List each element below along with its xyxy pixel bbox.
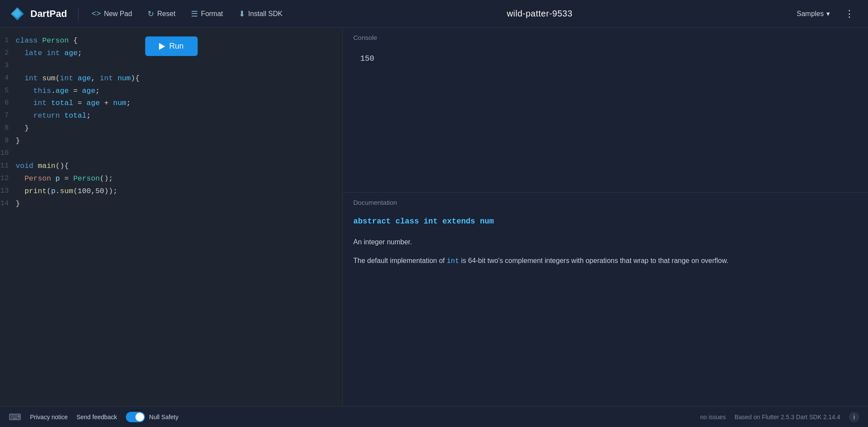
code-line: 8 } <box>0 122 342 135</box>
doc-signature: abstract class int extends num <box>353 216 858 227</box>
code-line: 10 <box>0 148 342 160</box>
token: p <box>51 187 56 195</box>
line-content: void main(){ <box>16 160 342 173</box>
line-number: 1 <box>0 35 16 46</box>
info-icon: i <box>853 414 855 420</box>
console-label: Console <box>343 28 868 47</box>
token: sum <box>60 187 73 195</box>
new-pad-button[interactable]: <> New Pad <box>85 6 138 22</box>
format-icon: ☰ <box>191 9 198 19</box>
editor-panel: Run 1class Person {2 late int age;3 4 in… <box>0 28 343 406</box>
format-button[interactable]: ☰ Format <box>185 6 229 22</box>
token: = <box>73 99 87 107</box>
info-button[interactable]: i <box>849 412 859 422</box>
token: age <box>56 87 69 95</box>
line-number: 6 <box>0 97 16 109</box>
token: age <box>64 49 78 57</box>
null-safety-toggle[interactable] <box>126 412 145 422</box>
line-number: 7 <box>0 110 16 122</box>
more-options-button[interactable]: ⋮ <box>839 5 859 23</box>
line-content: } <box>16 198 342 210</box>
token <box>16 87 33 95</box>
line-number: 4 <box>0 72 16 84</box>
null-safety-area: Null Safety <box>126 412 179 422</box>
line-content: } <box>16 135 342 148</box>
token: late <box>24 49 42 57</box>
doc-paragraph: An integer number. <box>353 236 858 248</box>
install-sdk-button[interactable]: ⬇ Install SDK <box>233 6 289 22</box>
doc-inline-code: int <box>447 257 459 265</box>
token: sum <box>42 74 56 82</box>
token: Person <box>42 36 69 45</box>
privacy-notice-link[interactable]: Privacy notice <box>30 414 68 420</box>
new-pad-label: New Pad <box>104 10 132 18</box>
code-line: 12 Person p = Person(); <box>0 173 342 185</box>
token <box>16 174 24 183</box>
token: int <box>100 74 113 82</box>
run-button-container: Run <box>145 36 197 56</box>
run-label: Run <box>169 42 184 51</box>
footer-right: no issues Based on Flutter 2.5.3 Dart SD… <box>700 412 859 422</box>
right-panel: Console 150 Documentation abstract class… <box>343 28 868 406</box>
samples-chevron-icon: ▾ <box>826 10 830 18</box>
code-line: 4 int sum(int age, int num){ <box>0 72 342 85</box>
documentation-section: Documentation abstract class int extends… <box>343 193 868 406</box>
token <box>16 74 24 82</box>
token <box>42 49 46 57</box>
send-feedback-link[interactable]: Send feedback <box>76 414 117 420</box>
token <box>16 187 24 195</box>
header-divider <box>78 7 79 20</box>
token: } <box>16 200 20 208</box>
line-number: 8 <box>0 122 16 134</box>
reset-button[interactable]: ↻ Reset <box>141 6 181 22</box>
line-number: 13 <box>0 185 16 197</box>
line-number: 11 <box>0 160 16 172</box>
line-number: 9 <box>0 135 16 147</box>
token: ( <box>46 187 51 195</box>
format-label: Format <box>201 10 223 18</box>
token: ; <box>95 87 100 95</box>
reset-icon: ↻ <box>148 9 154 19</box>
token: void <box>16 162 33 170</box>
line-number: 2 <box>0 47 16 59</box>
doc-content: abstract class int extends num An intege… <box>343 212 868 283</box>
token <box>38 74 42 82</box>
toggle-knob <box>135 413 144 421</box>
main-content: Run 1class Person {2 late int age;3 4 in… <box>0 28 868 406</box>
logo-area: DartPad <box>9 5 67 23</box>
token: num <box>113 99 126 107</box>
code-line: 9} <box>0 135 342 148</box>
token: (100,50)); <box>73 187 118 195</box>
token: class <box>16 36 42 45</box>
token: ; <box>86 112 91 120</box>
line-content: int sum(int age, int num){ <box>16 72 342 85</box>
line-content: this.age = age; <box>16 85 342 98</box>
run-button[interactable]: Run <box>145 36 197 56</box>
keyboard-icon: ⌨ <box>9 412 21 422</box>
code-line: 7 return total; <box>0 110 342 122</box>
token <box>113 74 117 82</box>
line-content: int total = age + num; <box>16 97 342 110</box>
more-icon: ⋮ <box>845 8 854 19</box>
line-number: 12 <box>0 173 16 184</box>
code-editor[interactable]: 1class Person {2 late int age;3 4 int su… <box>0 28 342 406</box>
token <box>46 99 51 107</box>
new-pad-icon: <> <box>92 9 101 18</box>
play-icon <box>159 43 165 50</box>
footer-left: ⌨ Privacy notice Send feedback Null Safe… <box>9 412 178 422</box>
token: } <box>16 137 20 145</box>
line-content: } <box>16 122 342 135</box>
dartpad-logo-icon <box>9 5 26 23</box>
token: + <box>100 99 113 107</box>
code-line: 3 <box>0 60 342 72</box>
app-title: DartPad <box>30 8 67 20</box>
console-output: 150 <box>343 47 868 70</box>
samples-button[interactable]: Samples ▾ <box>791 6 836 21</box>
token: return <box>33 112 60 120</box>
token: age <box>78 74 91 82</box>
console-section: Console 150 <box>343 28 868 193</box>
samples-label: Samples <box>797 10 824 18</box>
doc-paragraph: The default implementation of int is 64-… <box>353 255 858 267</box>
line-content: print(p.sum(100,50)); <box>16 185 342 198</box>
code-line: 11void main(){ <box>0 160 342 173</box>
